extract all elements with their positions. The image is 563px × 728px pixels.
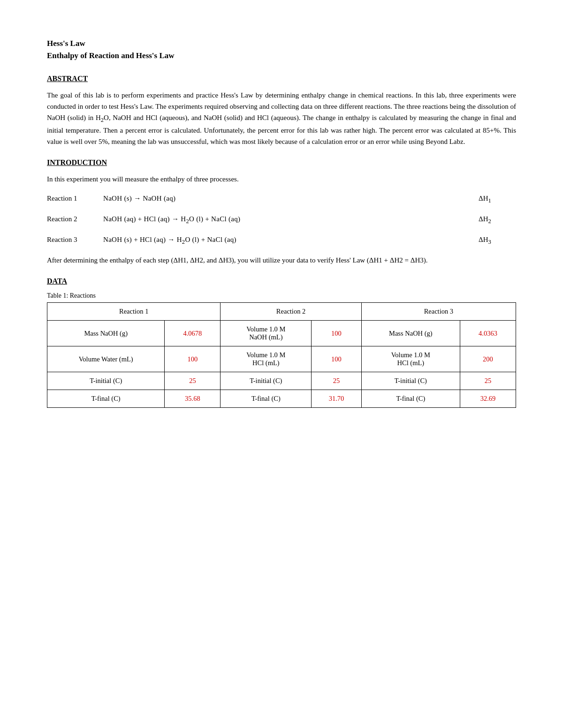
r1-value-1: 4.0678 [165,321,221,346]
r3-value-3: 25 [460,372,516,390]
reaction-2-delta: ΔH2 [479,214,516,226]
reaction-row-2: Reaction 2 NaOH (aq) + HCl (aq) → H2O (l… [47,214,516,226]
r2-label-2: Volume 1.0 MHCl (mL) [221,346,312,372]
reaction-1-delta: ΔH1 [479,193,516,205]
data-heading: DATA [47,277,516,285]
reaction-2-equation: NaOH (aq) + HCl (aq) → H2O (l) + NaCl (a… [103,214,479,226]
reactions-block: Reaction 1 NaOH (s) → NaOH (aq) ΔH1 Reac… [47,193,516,246]
r2-label-4: T-final (C) [221,390,312,408]
r2-value-3: 25 [312,372,362,390]
reactions-table: Reaction 1 Reaction 2 Reaction 3 Mass Na… [47,302,516,408]
col-header-r3: Reaction 3 [361,303,516,321]
table-row-3: T-initial (C) 25 T-initial (C) 25 T-init… [47,372,516,390]
title-line2: Enthalpy of Reaction and Hess's Law [47,50,516,62]
introduction-text: In this experiment you will measure the … [47,173,516,185]
r2-label-1: Volume 1.0 MNaOH (mL) [221,321,312,346]
r1-value-2: 100 [165,346,221,372]
r3-label-2: Volume 1.0 MHCl (mL) [361,346,460,372]
reaction-2-label: Reaction 2 [47,214,103,225]
table-row-4: T-final (C) 35.68 T-final (C) 31.70 T-fi… [47,390,516,408]
r2-value-4: 31.70 [312,390,362,408]
after-reactions-text: After determining the enthalpy of each s… [47,255,516,266]
reaction-3-equation: NaOH (s) + HCl (aq) → H2O (l) + NaCl (aq… [103,234,479,247]
r3-label-1: Mass NaOH (g) [361,321,460,346]
r3-value-2: 200 [460,346,516,372]
reaction-3-delta: ΔH3 [479,234,516,247]
col-header-r1: Reaction 1 [47,303,221,321]
reaction-row-1: Reaction 1 NaOH (s) → NaOH (aq) ΔH1 [47,193,516,205]
introduction-section: INTRODUCTION In this experiment you will… [47,158,516,266]
r3-label-3: T-initial (C) [361,372,460,390]
r1-value-3: 25 [165,372,221,390]
table-row-1: Mass NaOH (g) 4.0678 Volume 1.0 MNaOH (m… [47,321,516,346]
table-row-2: Volume Water (mL) 100 Volume 1.0 MHCl (m… [47,346,516,372]
reaction-1-equation: NaOH (s) → NaOH (aq) [103,193,479,204]
title-line1: Hess's Law [47,38,516,50]
col-header-r2: Reaction 2 [221,303,361,321]
r2-value-1: 100 [312,321,362,346]
reaction-row-3: Reaction 3 NaOH (s) + HCl (aq) → H2O (l)… [47,234,516,247]
abstract-heading: ABSTRACT [47,75,516,83]
r1-label-3: T-initial (C) [47,372,165,390]
r3-label-4: T-final (C) [361,390,460,408]
data-section: DATA Table 1: Reactions Reaction 1 React… [47,277,516,408]
introduction-heading: INTRODUCTION [47,158,516,167]
r1-label-4: T-final (C) [47,390,165,408]
abstract-section: ABSTRACT The goal of this lab is to perf… [47,75,516,147]
reaction-1-label: Reaction 1 [47,193,103,204]
r3-value-4: 32.69 [460,390,516,408]
r1-value-4: 35.68 [165,390,221,408]
r2-label-3: T-initial (C) [221,372,312,390]
r1-label-2: Volume Water (mL) [47,346,165,372]
r2-value-2: 100 [312,346,362,372]
r3-value-1: 4.0363 [460,321,516,346]
table-header-row: Reaction 1 Reaction 2 Reaction 3 [47,303,516,321]
reaction-3-label: Reaction 3 [47,234,103,245]
title-block: Hess's Law Enthalpy of Reaction and Hess… [47,38,516,61]
abstract-text: The goal of this lab is to perform exper… [47,90,516,147]
r1-label-1: Mass NaOH (g) [47,321,165,346]
table-caption: Table 1: Reactions [47,292,516,300]
